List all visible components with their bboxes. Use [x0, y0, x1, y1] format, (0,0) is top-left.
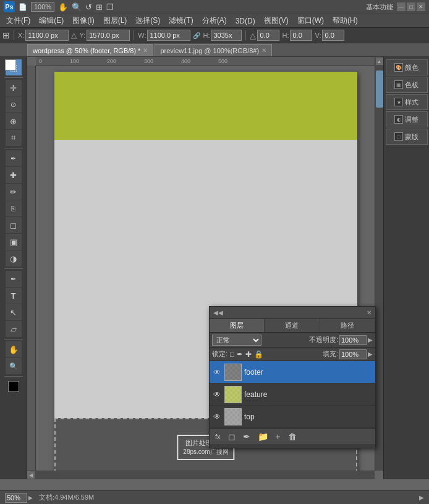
fill-arrow[interactable]: ▶ — [368, 351, 373, 357]
tab-preview-close[interactable]: ✕ — [261, 47, 266, 54]
menu-item-image[interactable]: 图像(I) — [69, 14, 98, 27]
canvas-scrollbar-horizontal[interactable]: ◀ — [27, 471, 375, 479]
scroll-left-button[interactable]: ◀ — [27, 471, 35, 479]
layer-group-button[interactable]: 📁 — [256, 432, 270, 442]
arrange-icon[interactable]: ❐ — [106, 2, 114, 12]
zoom-tool-icon[interactable]: 🔍 — [72, 2, 82, 12]
rotate-icon[interactable]: ↺ — [85, 2, 92, 12]
tool-dodge[interactable]: ◑ — [6, 250, 22, 267]
tool-move[interactable]: ✛ — [6, 80, 22, 96]
tool-brush[interactable]: ✏ — [6, 184, 22, 200]
fill-input[interactable] — [339, 349, 367, 359]
layers-panel-close[interactable]: ✕ — [367, 309, 372, 316]
menu-item-edit[interactable]: 编辑(E) — [35, 14, 67, 27]
menu-item-layer[interactable]: 图层(L) — [100, 14, 131, 27]
layers-expand-icon[interactable]: ◀◀ — [213, 309, 223, 316]
w-label: W: — [138, 32, 146, 39]
zoom-control[interactable]: 100% — [31, 2, 54, 12]
panel-btn-styles[interactable]: ★ 样式 — [386, 94, 428, 110]
menu-item-help[interactable]: 帮助(H) — [329, 14, 362, 27]
tool-text[interactable]: T — [6, 288, 22, 304]
tool-eraser[interactable]: ◻ — [6, 217, 22, 233]
swatches-icon: ▦ — [394, 80, 403, 89]
tab-layers[interactable]: 图层 — [210, 319, 265, 332]
blend-mode-select[interactable]: 正常 — [212, 335, 261, 346]
tool-zoom[interactable]: 🔍 — [6, 358, 22, 374]
tool-crop[interactable]: ⌗ — [6, 130, 22, 146]
menu-item-file[interactable]: 文件(F) — [2, 14, 34, 27]
layer-item-feature[interactable]: 👁 feature — [210, 383, 375, 406]
menu-item-analysis[interactable]: 分析(A) — [198, 14, 231, 27]
tab-channels[interactable]: 通道 — [265, 319, 320, 332]
tool-pen[interactable]: ✒ — [6, 271, 22, 287]
background-color[interactable] — [5, 59, 16, 70]
lock-transparent-icon[interactable]: □ — [230, 350, 234, 359]
layer-eye-feature[interactable]: 👁 — [212, 390, 222, 399]
tool-lasso[interactable]: ⊙ — [6, 96, 22, 113]
layer-mask-button[interactable]: ◻ — [226, 432, 237, 442]
grid-icon[interactable]: ⊞ — [96, 2, 103, 12]
menu-item-view[interactable]: 视图(V) — [260, 14, 292, 27]
tool-path-select[interactable]: ↖ — [6, 304, 22, 320]
h-input[interactable] — [211, 30, 242, 41]
v-field: V: — [315, 30, 344, 41]
layer-fx-button[interactable]: fx — [213, 433, 223, 440]
tool-hand[interactable]: ✋ — [6, 341, 22, 357]
x-input[interactable] — [25, 30, 69, 41]
v-input[interactable] — [322, 30, 344, 41]
angle-input[interactable] — [257, 30, 279, 41]
tab-preview[interactable]: preview11.jpg @ 100%(RGB/8#) ✕ — [155, 44, 272, 56]
scroll-thumb-vertical[interactable] — [376, 70, 383, 108]
layer-adj-button[interactable]: ✒ — [241, 432, 252, 442]
right-panel: 🎨 颜色 ▦ 色板 ★ 样式 ◐ 调整 □ 蒙版 — [383, 57, 429, 479]
opacity-arrow[interactable]: ▶ — [368, 336, 373, 343]
maximize-button[interactable]: □ — [407, 2, 415, 11]
panel-btn-adjustments[interactable]: ◐ 调整 — [386, 111, 428, 127]
menu-item-select[interactable]: 选择(S) — [132, 14, 164, 27]
layer-new-button[interactable]: + — [274, 432, 282, 442]
hand-tool-icon[interactable]: ✋ — [58, 2, 68, 12]
layers-bottom: fx ◻ ✒ 📁 + 🗑 — [210, 428, 375, 444]
layer-item-top[interactable]: 👁 top — [210, 406, 375, 428]
tool-gradient[interactable]: ▣ — [6, 234, 22, 250]
panel-btn-color[interactable]: 🎨 颜色 — [386, 59, 428, 75]
h2-input[interactable] — [290, 30, 312, 41]
tool-eyedropper[interactable]: ✒ — [6, 150, 22, 166]
lock-all-icon[interactable]: 🔒 — [254, 350, 263, 359]
zoom-value-input[interactable] — [5, 493, 27, 503]
y-input[interactable] — [87, 30, 130, 41]
panel-btn-swatches[interactable]: ▦ 色板 — [386, 77, 428, 93]
tab-wordpress[interactable]: wordpress @ 50% (footer, RGB/8) * ✕ — [27, 44, 153, 56]
scroll-up-button[interactable]: ▲ — [376, 58, 383, 65]
layer-eye-footer[interactable]: 👁 — [212, 367, 222, 377]
layer-eye-top[interactable]: 👁 — [212, 412, 222, 422]
tabs-bar: wordpress @ 50% (footer, RGB/8) * ✕ prev… — [0, 43, 429, 57]
lock-position-icon[interactable]: ✚ — [245, 350, 252, 359]
layers-title-bar: ◀◀ ✕ — [210, 307, 375, 319]
marquee-icon: ⊞ — [2, 30, 10, 40]
layers-list[interactable]: 👁 footer 👁 feature 👁 — [210, 361, 375, 428]
tool-heal[interactable]: ✚ — [6, 167, 22, 183]
layer-delete-button[interactable]: 🗑 — [286, 432, 299, 442]
canvas-scrollbar-vertical[interactable]: ▲ — [375, 57, 383, 471]
w-input[interactable] — [147, 30, 190, 41]
menu-item-window[interactable]: 窗口(W) — [294, 14, 328, 27]
layer-item-footer[interactable]: 👁 footer — [210, 361, 375, 383]
opacity-input[interactable] — [339, 335, 367, 345]
angle-field: △ — [250, 30, 279, 41]
tool-quick-select[interactable]: ⊕ — [6, 113, 22, 129]
minimize-button[interactable]: — — [397, 2, 406, 11]
status-zoom: ▶ — [5, 493, 33, 503]
lock-image-icon[interactable]: ✒ — [237, 350, 243, 359]
tool-shape[interactable]: ▱ — [6, 321, 22, 337]
menu-item-filter[interactable]: 滤镜(T) — [165, 14, 197, 27]
foreground-color[interactable] — [8, 381, 19, 392]
tool-clone[interactable]: ⎘ — [6, 200, 22, 216]
scroll-arrow-icon[interactable]: ▶ — [419, 494, 424, 501]
tab-paths[interactable]: 路径 — [320, 319, 375, 332]
layer-thumb-color-feature — [225, 387, 241, 403]
panel-btn-masks[interactable]: □ 蒙版 — [386, 129, 428, 145]
close-button[interactable]: ✕ — [417, 2, 425, 11]
menu-item-3d[interactable]: 3D(D) — [232, 15, 259, 27]
tab-wordpress-close[interactable]: ✕ — [143, 47, 148, 54]
